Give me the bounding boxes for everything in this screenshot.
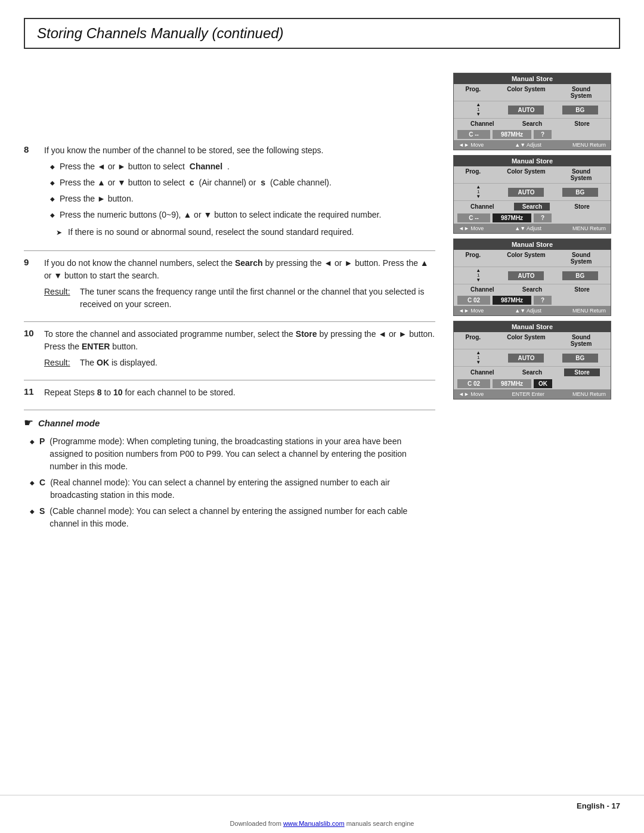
channel-mode-section: ☛ Channel mode P (Programme mode): When … <box>24 416 435 530</box>
widget-1-nav: ◄► Move ▲▼ Adjust MENU Return <box>454 140 611 150</box>
bullet-8-2: Press the ▲ or ▼ button to select c (Air… <box>50 176 435 189</box>
divider-8-9 <box>24 250 435 251</box>
channel-mode-header: ☛ Channel mode <box>24 416 435 429</box>
page-header: Storing Channels Manually (continued) <box>24 18 620 49</box>
title-bold: Storing Channels Manually <box>37 25 208 41</box>
step-10: 10 To store the channel and associated p… <box>24 328 435 373</box>
widget-1-nav-move: ◄► Move <box>459 142 484 148</box>
widget-2-channel-row: C -- 987MHz ? <box>454 212 611 224</box>
widget-2-ch-val: C -- <box>457 213 490 222</box>
step-9: 9 If you do not know the channel numbers… <box>24 257 435 314</box>
widget-3-nav: ◄► Move ▲▼ Adjust MENU Return <box>454 306 611 315</box>
widget-1-ch-val: C -- <box>457 130 490 139</box>
widget-4-color-val: AUTO <box>508 354 544 363</box>
widget-1-nav-return: MENU Return <box>572 142 606 148</box>
widget-1-channel-row: C -- 987MHz ? <box>454 129 611 140</box>
widget-2-nav: ◄► Move ▲▼ Adjust MENU Return <box>454 224 611 233</box>
widget-4-store-label: Store <box>564 368 600 376</box>
step-10-intro: To store the channel and associated prog… <box>44 328 435 353</box>
channel-mode-bullets: P (Programme mode): When completing tuni… <box>30 435 435 530</box>
manualslib-link[interactable]: www.Manualslib.com <box>283 820 345 827</box>
step-10-content: To store the channel and associated prog… <box>44 328 435 373</box>
step-10-number: 10 <box>24 328 36 373</box>
widget-3-nav-move: ◄► Move <box>459 308 484 314</box>
step-9-number: 9 <box>24 257 36 314</box>
bullet-8-1: Press the ◄ or ► button to select Channe… <box>50 160 435 173</box>
widget-4-nav: ◄► Move ENTER Enter MENU Return <box>454 389 611 399</box>
widget-2-store-val: ? <box>534 213 552 222</box>
page-container: Storing Channels Manually (continued) 8 … <box>0 0 644 833</box>
channel-mode-title: Channel mode <box>38 418 100 428</box>
result-10-label: Result: <box>44 357 74 369</box>
widget-3-values: ▲1▼ AUTO BG <box>454 267 611 284</box>
widget-2-freq-val: 987MHz <box>493 213 531 222</box>
step-8-content: If you know the number of the channel to… <box>44 144 435 243</box>
widget-1-nav-adjust: ▲▼ Adjust <box>515 142 541 148</box>
widget-2-color-label: Color System <box>506 168 547 181</box>
widget-1-search-label: Search <box>514 120 550 127</box>
step-8-intro: If you know the number of the channel to… <box>44 144 435 157</box>
widget-2-prog-arrows: ▲1▼ <box>466 185 490 199</box>
widget-2: Manual Store Prog. Color System Sound Sy… <box>453 155 611 234</box>
channel-mode-s: S (Cable channel mode): You can select a… <box>30 505 435 530</box>
widget-2-bottom-labels: Channel Search Store <box>454 200 611 212</box>
widget-2-prog-val: ▲1▼ <box>466 185 490 199</box>
widget-3-prog-arrows: ▲1▼ <box>466 268 490 283</box>
footer-lang-text: English <box>577 801 605 810</box>
widget-3-sound-val: BG <box>562 271 598 280</box>
widget-4-nav-move: ◄► Move <box>459 391 484 397</box>
download-text: Downloaded from www.Manualslib.com manua… <box>230 820 414 827</box>
divider-9-10 <box>24 321 435 322</box>
widget-1-store-label: Store <box>564 120 600 127</box>
step-8: 8 If you know the number of the channel … <box>24 144 435 243</box>
widget-3-nav-adjust: ▲▼ Adjust <box>515 308 541 314</box>
widget-4-prog-label: Prog. <box>466 334 490 347</box>
channel-mode-c: C (Real channel mode): You can select a … <box>30 476 435 501</box>
step-9-content: If you do not know the channel numbers, … <box>44 257 435 314</box>
widget-4-values: ▲1▼ AUTO BG <box>454 349 611 366</box>
download-note: Downloaded from www.Manualslib.com manua… <box>0 816 644 833</box>
widget-4-prog-arrows: ▲1▼ <box>466 351 490 365</box>
widget-2-title: Manual Store <box>454 156 611 166</box>
widget-2-nav-return: MENU Return <box>572 225 606 231</box>
widget-3-color-val: AUTO <box>508 271 544 280</box>
step-11-intro: Repeat Steps 8 to 10 for each channel to… <box>44 386 435 399</box>
widget-1-prog-label: Prog. <box>466 86 490 99</box>
result-9-text: The tuner scans the frequency range unti… <box>80 286 435 311</box>
bullet-8-4: Press the numeric buttons (0~9), ▲ or ▼ … <box>50 209 435 221</box>
result-9-label: Result: <box>44 286 74 311</box>
widget-3-bottom-labels: Channel Search Store <box>454 284 611 295</box>
widget-3-ch-label: Channel <box>465 286 500 293</box>
left-column: 8 If you know the number of the channel … <box>24 61 453 783</box>
widget-4-nav-enter: ENTER Enter <box>512 391 544 397</box>
widget-3-prog-label: Prog. <box>466 252 490 265</box>
widget-1-bottom-labels: Channel Search Store <box>454 118 611 129</box>
channel-mode-p: P (Programme mode): When completing tuni… <box>30 435 435 473</box>
widget-4-color-label: Color System <box>506 334 547 347</box>
widget-4-nav-return: MENU Return <box>572 391 606 397</box>
widget-4-sound-val: BG <box>562 354 598 363</box>
divider-10-11 <box>24 380 435 380</box>
widget-1-freq-val: 987MHz <box>493 130 531 139</box>
widget-2-color-val: AUTO <box>508 188 544 197</box>
widget-3-prog-val: ▲1▼ <box>466 268 490 283</box>
content-area: 8 If you know the number of the channel … <box>24 61 620 783</box>
widget-1-title: Manual Store <box>454 73 611 84</box>
widget-4-bottom-labels: Channel Search Store <box>454 366 611 378</box>
step-8-number: 8 <box>24 144 36 243</box>
widget-3-search-label: Search <box>514 286 550 293</box>
widget-2-ch-label: Channel <box>465 203 500 210</box>
widget-3-store-label: Store <box>564 286 600 293</box>
step-8-bullets: Press the ◄ or ► button to select Channe… <box>50 160 435 221</box>
widget-3-channel-row: C 02 987MHz ? <box>454 295 611 306</box>
widget-1-store-val: ? <box>534 130 552 139</box>
widget-2-values: ▲1▼ AUTO BG <box>454 184 611 200</box>
widget-2-prog-label: Prog. <box>466 168 490 181</box>
widget-4-prog-val: ▲1▼ <box>466 351 490 365</box>
bullet-8-3: Press the ► button. <box>50 193 435 205</box>
footer-language: English - 17 <box>577 801 620 810</box>
step-11: 11 Repeat Steps 8 to 10 for each channel… <box>24 386 435 402</box>
step-9-result: Result: The tuner scans the frequency ra… <box>44 286 435 311</box>
page-title: Storing Channels Manually (continued) <box>37 25 607 42</box>
title-normal: (continued) <box>208 25 284 41</box>
